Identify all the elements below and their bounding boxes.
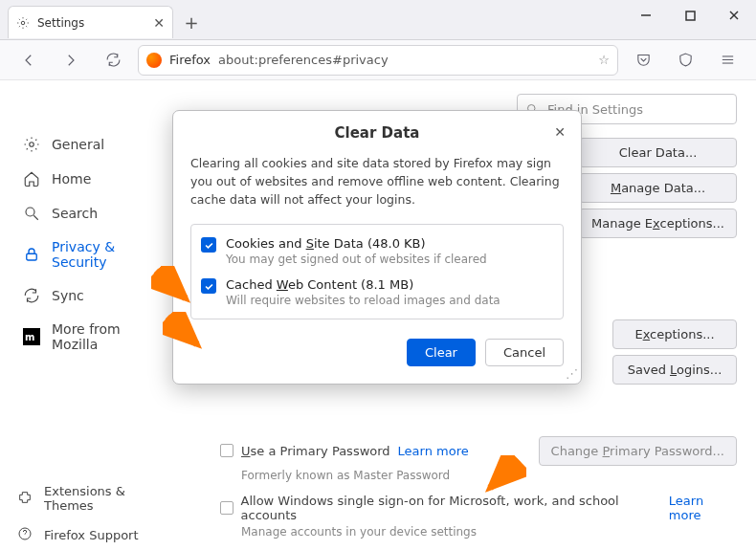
option-subtext: Will require websites to reload images a… xyxy=(226,294,500,307)
svg-point-9 xyxy=(26,208,34,216)
dialog-description: Clearing all cookies and site data store… xyxy=(173,149,581,216)
mozilla-icon: m xyxy=(23,328,40,345)
option-label: Cached Web Content (8.1 MB) xyxy=(226,277,500,292)
learn-more-link[interactable]: Learn more xyxy=(398,444,469,458)
option-subtext: You may get signed out of websites if cl… xyxy=(226,253,487,266)
svg-point-0 xyxy=(21,21,25,25)
manage-exceptions-button[interactable]: Manage Exceptions... xyxy=(579,209,737,238)
dialog-close-button[interactable]: ✕ xyxy=(550,122,569,142)
cache-option[interactable]: Cached Web Content (8.1 MB) Will require… xyxy=(201,277,553,307)
help-icon xyxy=(17,526,33,544)
firefox-logo-icon xyxy=(146,53,162,68)
change-primary-password-button: Change Primary Password... xyxy=(539,436,737,466)
sidebar-item-sync[interactable]: Sync xyxy=(6,279,186,312)
new-tab-button[interactable]: + xyxy=(177,8,206,36)
maximize-button[interactable] xyxy=(668,0,712,31)
sso-label: Allow Windows single sign-on for Microso… xyxy=(241,494,661,522)
svg-line-10 xyxy=(33,215,38,220)
forward-button[interactable] xyxy=(54,45,88,76)
puzzle-icon xyxy=(17,490,33,508)
clear-data-button[interactable]: Clear Data... xyxy=(579,138,737,167)
exceptions-button[interactable]: Exceptions... xyxy=(612,319,737,349)
primary-password-subtext: Formerly known as Master Password xyxy=(241,469,737,482)
learn-more-link[interactable]: Learn more xyxy=(669,494,737,522)
cookies-option[interactable]: Cookies and Site Data (48.0 KB) You may … xyxy=(201,236,553,266)
clear-data-dialog: Clear Data ✕ Clearing all cookies and si… xyxy=(172,110,582,385)
window-controls xyxy=(624,0,756,31)
gear-icon xyxy=(23,136,40,153)
sidebar-label: Privacy & Security xyxy=(52,239,168,270)
dialog-options: Cookies and Site Data (48.0 KB) You may … xyxy=(190,224,564,319)
clear-button[interactable]: Clear xyxy=(407,339,476,366)
primary-password-checkbox-row[interactable]: Use a Primary Password Learn more Change… xyxy=(220,436,737,466)
pocket-icon[interactable] xyxy=(626,45,660,76)
tab-title: Settings xyxy=(37,16,84,30)
checkbox-checked-icon[interactable] xyxy=(201,237,216,253)
url-bar[interactable]: Firefox about:preferences#privacy ☆ xyxy=(138,45,618,76)
cancel-button[interactable]: Cancel xyxy=(485,339,564,366)
titlebar: Settings ✕ + xyxy=(0,0,756,40)
resize-handle-icon[interactable]: ⋰ xyxy=(566,366,578,381)
menu-icon[interactable] xyxy=(710,45,745,76)
sidebar: General Home Search Privacy & Security S… xyxy=(0,80,191,550)
back-button[interactable] xyxy=(11,45,46,76)
sidebar-item-privacy[interactable]: Privacy & Security xyxy=(6,231,186,277)
svg-point-8 xyxy=(30,143,34,147)
sidebar-label: Home xyxy=(52,171,91,187)
url-path: about:preferences#privacy xyxy=(218,53,389,67)
minimize-button[interactable] xyxy=(624,0,668,31)
svg-rect-11 xyxy=(27,253,37,260)
sidebar-extensions[interactable]: Extensions & Themes xyxy=(0,478,191,518)
close-button[interactable] xyxy=(712,0,756,31)
sidebar-item-mozilla[interactable]: m More from Mozilla xyxy=(6,314,186,360)
gear-icon xyxy=(16,16,30,30)
search-icon xyxy=(23,205,40,222)
sidebar-item-search[interactable]: Search xyxy=(6,197,186,230)
shield-icon[interactable] xyxy=(668,45,702,76)
sso-subtext: Manage accounts in your device settings xyxy=(241,525,737,539)
svg-rect-2 xyxy=(686,11,695,20)
checkbox-icon[interactable] xyxy=(220,444,233,457)
sidebar-label: Search xyxy=(52,206,98,221)
sync-icon xyxy=(23,287,40,304)
tab-close-icon[interactable]: ✕ xyxy=(153,15,165,31)
sidebar-item-home[interactable]: Home xyxy=(6,163,186,195)
sso-checkbox-row[interactable]: Allow Windows single sign-on for Microso… xyxy=(220,494,737,522)
sidebar-item-general[interactable]: General xyxy=(6,128,186,161)
saved-logins-button[interactable]: Saved Logins... xyxy=(612,355,737,385)
sidebar-label: Sync xyxy=(52,288,84,303)
sidebar-footer-label: Extensions & Themes xyxy=(44,484,174,513)
svg-text:m: m xyxy=(25,332,34,342)
checkbox-checked-icon[interactable] xyxy=(201,278,216,294)
bookmark-star-icon[interactable]: ☆ xyxy=(598,53,610,67)
browser-tab[interactable]: Settings ✕ xyxy=(8,6,173,38)
sidebar-footer-label: Firefox Support xyxy=(44,528,139,542)
option-label: Cookies and Site Data (48.0 KB) xyxy=(226,236,487,251)
reload-button[interactable] xyxy=(96,45,130,76)
manage-data-button[interactable]: MManage Data...anage Data... xyxy=(579,173,737,203)
sidebar-label: General xyxy=(52,137,104,152)
url-brand: Firefox xyxy=(169,53,211,67)
sidebar-label: More from Mozilla xyxy=(52,321,168,352)
toolbar: Firefox about:preferences#privacy ☆ xyxy=(0,40,756,80)
checkbox-icon[interactable] xyxy=(220,501,233,515)
dialog-title: Clear Data xyxy=(335,124,420,142)
lock-icon xyxy=(23,246,40,263)
sidebar-support[interactable]: Firefox Support xyxy=(0,520,191,550)
home-icon xyxy=(23,170,40,187)
